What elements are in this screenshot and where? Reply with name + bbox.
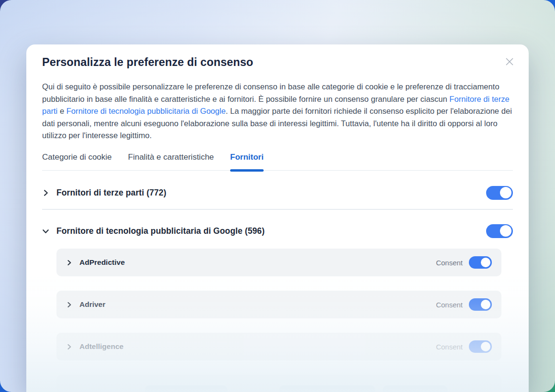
page-background: Personalizza le preferenze di consenso Q… (0, 0, 555, 392)
consent-label: Consent (436, 301, 463, 309)
consent-toggle[interactable] (469, 340, 492, 353)
tab-vendors[interactable]: Fornitori (230, 152, 264, 170)
modal-description: Qui di seguito è possibile personalizzar… (42, 81, 515, 142)
link-google-ad-tech-providers[interactable]: Fornitore di tecnologia pubblicitaria di… (67, 107, 226, 116)
bottom-fade-overlay (26, 269, 529, 392)
description-text: Qui di seguito è possibile personalizzar… (42, 82, 500, 104)
google-ad-tech-toggle[interactable] (486, 224, 513, 238)
section-google-ad-tech[interactable]: Fornitore di tecnologia pubblicitaria di… (42, 220, 513, 241)
section-third-party-vendors[interactable]: Fornitori di terze parti (772) (42, 182, 513, 203)
footer-button-hint (279, 385, 375, 392)
chevron-down-icon (42, 228, 56, 235)
vendor-row-adpredictive[interactable]: AdPredictive Consent (56, 249, 501, 276)
modal-title: Personalizza le preferenze di consenso (42, 56, 253, 69)
tab-purposes-features[interactable]: Finalità e caratteristiche (128, 152, 214, 170)
tab-cookie-categories[interactable]: Categorie di cookie (42, 152, 112, 170)
footer-button-hint (145, 385, 227, 392)
chevron-right-icon (66, 344, 79, 350)
consent-toggle[interactable] (469, 298, 492, 311)
consent-label: Consent (436, 259, 463, 267)
third-party-vendors-toggle[interactable] (486, 186, 513, 200)
vendor-name: AdPredictive (79, 258, 125, 267)
close-icon[interactable] (504, 56, 515, 67)
chevron-right-icon (66, 302, 79, 308)
consent-preferences-modal: Personalizza le preferenze di consenso Q… (26, 44, 529, 392)
chevron-right-icon (42, 189, 56, 196)
section-divider (42, 209, 513, 210)
vendor-name: Adriver (79, 300, 105, 309)
chevron-right-icon (66, 260, 79, 266)
section-label: Fornitore di tecnologia pubblicitaria di… (56, 226, 486, 236)
vendor-name: Adtelligence (79, 342, 123, 351)
description-text: e (57, 107, 66, 116)
footer-button-hint (383, 385, 447, 392)
consent-label: Consent (436, 343, 463, 351)
consent-toggle[interactable] (469, 256, 492, 269)
vendor-row-adtelligence[interactable]: Adtelligence Consent (56, 333, 501, 360)
section-label: Fornitori di terze parti (772) (56, 188, 486, 198)
vendor-row-adriver[interactable]: Adriver Consent (56, 291, 501, 318)
tab-bar: Categorie di cookie Finalità e caratteri… (42, 152, 513, 171)
